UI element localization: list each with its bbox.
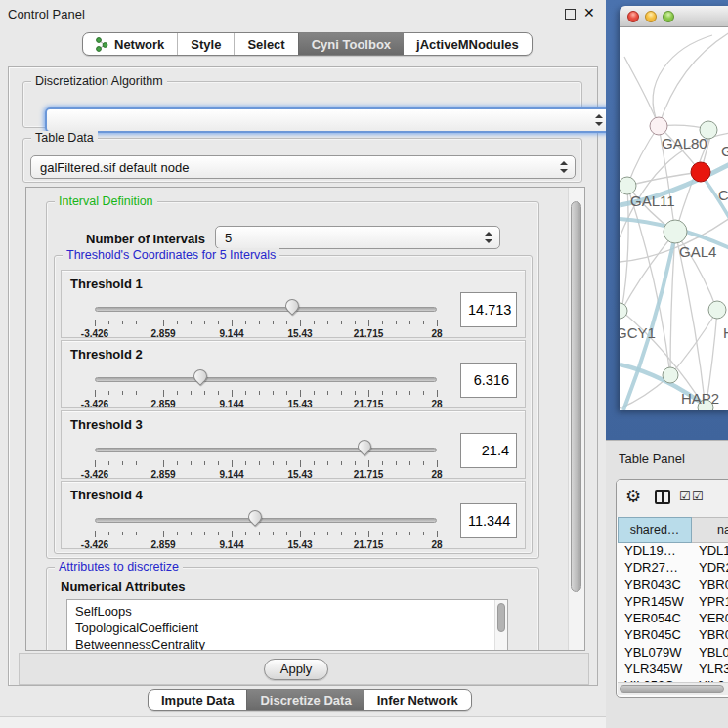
tab-style[interactable]: Style [177,33,234,55]
apply-button[interactable]: Apply [264,659,328,680]
scrollbar-thumb[interactable] [497,603,505,632]
slider-thumb[interactable] [282,296,302,316]
slider-thumb[interactable] [246,507,266,527]
table-data-combobox[interactable]: galFiltered.sif default node [30,155,576,179]
column-header-name[interactable]: na [692,517,728,543]
network-view-window: GAL80 GA C GAL11 GAL4 GCY1 H HAP2 [620,6,728,410]
slider-thumb[interactable] [192,366,211,386]
tab-network[interactable]: Network [83,33,177,55]
columns-icon[interactable] [655,490,670,504]
tick-label: 21.715 [354,399,384,409]
combo-stepper-icon[interactable] [595,114,603,126]
node-gal80[interactable] [650,117,667,135]
number-of-intervals-label: Number of Intervals [86,232,205,246]
slider-tick-labels: -3.4262.8599.14415.4321.71528 [95,328,437,339]
list-item[interactable]: SelfLoops [75,603,507,620]
table-row[interactable]: YBL079WYBL0 [618,645,728,662]
table-row[interactable]: YBR043CYBR0 [618,578,728,594]
close-traffic-light[interactable] [627,11,639,22]
network-window-titlebar[interactable] [620,6,728,27]
network-icon [96,37,108,52]
close-icon[interactable]: ✕ [583,5,595,21]
combo-stepper-icon[interactable] [485,232,492,243]
threshold-2-value-field[interactable]: 6.316 [460,363,517,398]
slider-ticks [95,531,437,538]
slider-track[interactable] [95,518,437,523]
list-item[interactable]: BetweennessCentrality [75,636,507,651]
tab-discretize-data[interactable]: Discretize Data [246,690,364,710]
list-item[interactable]: TopologicalCoefficient [75,620,507,636]
table-row[interactable]: YDL19…YDL1 [618,543,728,560]
node-table: ⚙ ☑ ☑ shared… na YDL19…YDL1 YDR27…YDR2 Y… [616,479,728,698]
tab-select[interactable]: Select [234,33,297,55]
threshold-4-value-field[interactable]: 11.344 [460,503,517,538]
table-row[interactable]: YBR045CYBR0 [618,627,728,644]
node-hap2[interactable] [663,367,678,383]
tab-cyni-toolbox[interactable]: Cyni Toolbox [298,33,404,55]
tick-label: 9.144 [219,469,243,480]
tab-jactivemnodules[interactable]: jActiveMNodules [404,33,532,55]
slider-track[interactable] [95,307,437,312]
threshold-1-value-field[interactable]: 14.713 [460,292,517,327]
node-gcy1[interactable] [620,303,627,319]
number-of-intervals-value: 5 [225,231,232,245]
slider-ticks [95,320,437,327]
threshold-1-slider[interactable]: -3.4262.8599.14415.4321.71528 [95,298,437,337]
slider-tick-labels: -3.4262.8599.14415.4321.71528 [95,539,437,550]
table-panel-title: Table Panel [619,451,685,466]
slider-track[interactable] [95,377,437,382]
combo-stepper-icon[interactable] [560,161,568,173]
table-header: shared… na [617,517,728,543]
cyni-toolbox-panel: Discretization Algorithm Table Data galF… [8,66,598,686]
numerical-attributes-label: Numerical Attributes [61,579,185,594]
zoom-traffic-light[interactable] [663,11,674,22]
table-row[interactable]: YER054CYER0 [618,611,728,627]
slider-thumb[interactable] [356,437,375,456]
tick-label: 28 [431,328,442,339]
node-red-selected[interactable] [691,162,710,182]
algorithm-combobox[interactable] [45,107,612,133]
tick-label: 15.43 [287,328,312,339]
node-label: GAL4 [679,243,716,260]
tick-label: 21.715 [354,469,384,480]
tick-label: 9.144 [219,328,243,339]
number-of-intervals-combobox[interactable]: 5 [215,226,500,249]
select-all-checkbox-icon[interactable]: ☑ [679,489,691,503]
gear-icon[interactable]: ⚙ [625,486,641,506]
settings-scrollbar[interactable] [568,188,584,650]
tick-label: -3.426 [81,328,108,339]
thresholds-group-label: Threshold's Coordinates for 5 Intervals [63,248,279,262]
node-label: C [718,187,728,203]
float-window-icon[interactable] [565,9,576,20]
threshold-2-slider[interactable]: -3.4262.8599.14415.4321.71528 [95,368,437,407]
numerical-attributes-list[interactable]: SelfLoops TopologicalCoefficient Between… [66,599,508,651]
node-h[interactable] [708,301,726,319]
table-row[interactable]: YLR345WYLR3 [618,662,728,678]
threshold-4-slider[interactable]: -3.4262.8599.14415.4321.71528 [95,509,437,548]
scrollbar-thumb[interactable] [571,201,581,592]
tab-impute-data[interactable]: Impute Data [149,690,246,710]
tab-infer-network[interactable]: Infer Network [364,690,471,710]
tick-label: 9.144 [219,399,243,409]
table-row[interactable]: YPR145WYPR1 [618,594,728,611]
threshold-2-label: Threshold 2 [70,347,143,362]
tick-label: 2.859 [150,469,175,480]
minimize-traffic-light[interactable] [645,11,657,22]
tick-label: 2.859 [150,539,175,550]
table-horizontal-scrollbar[interactable] [618,682,728,695]
slider-track[interactable] [95,448,437,452]
scrollbar-thumb[interactable] [620,685,724,693]
list-scrollbar[interactable] [494,600,507,651]
tick-label: 28 [431,399,442,409]
threshold-3-slider[interactable]: -3.4262.8599.14415.4321.71528 [95,439,437,478]
threshold-3-row: Threshold 3 -3.4262.8599.14415.4321.7152… [61,410,526,479]
interval-definition-label: Interval Definition [55,194,157,208]
table-row[interactable]: YDR27…YDR2 [618,560,728,577]
node-gal4[interactable] [664,220,687,243]
network-canvas[interactable]: GAL80 GA C GAL11 GAL4 GCY1 H HAP2 [620,27,728,410]
tick-label: -3.426 [81,399,108,409]
tick-label: 28 [431,469,442,480]
select-column-checkbox-icon[interactable]: ☑ [692,489,704,503]
threshold-3-value-field[interactable]: 21.4 [460,433,517,468]
column-header-shared-name[interactable]: shared… [618,517,692,543]
